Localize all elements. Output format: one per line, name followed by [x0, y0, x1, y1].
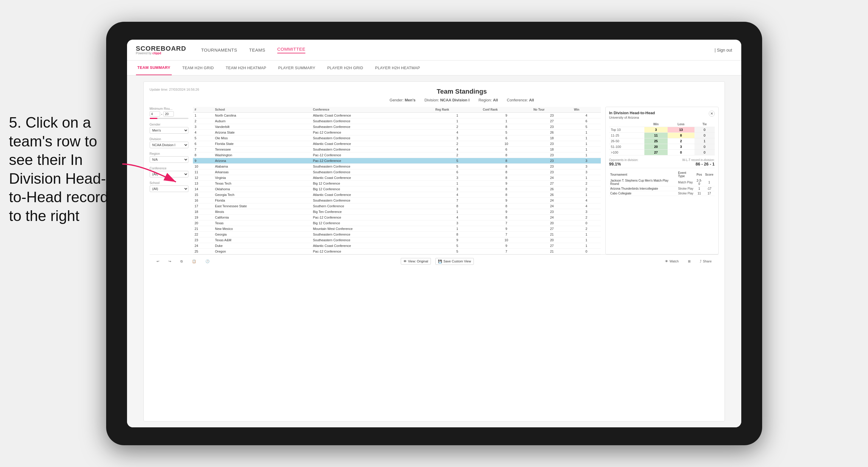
subnav-player-h2h-grid[interactable]: PLAYER H2H GRID — [326, 61, 365, 75]
t-col-name: Tournament — [609, 170, 677, 178]
cell-wins: 1 — [572, 147, 601, 152]
cell-rank: 20 — [193, 220, 213, 226]
subnav-player-summary[interactable]: PLAYER SUMMARY — [277, 61, 317, 75]
table-row[interactable]: 1 North Carolina Atlantic Coast Conferen… — [193, 113, 601, 118]
table-row[interactable]: 7 Tennessee Southeastern Conference 4 6 … — [193, 147, 601, 152]
cell-reg-rank: 1 — [434, 113, 481, 118]
table-row[interactable]: 2 Auburn Southeastern Conference 1 1 27 … — [193, 118, 601, 124]
table-row[interactable]: 24 Duke Atlantic Coast Conference 5 9 27… — [193, 243, 601, 249]
h2h-tie-value: 0 — [694, 144, 714, 150]
subnav-team-summary[interactable]: TEAM SUMMARY — [136, 61, 172, 75]
cell-tours: 23 — [532, 164, 572, 169]
table-row[interactable]: 6 Florida State Atlantic Coast Conferenc… — [193, 141, 601, 147]
table-row[interactable]: 3 Vanderbilt Southeastern Conference 2 8… — [193, 124, 601, 130]
h2h-stats-row: Opponents in division: 99.1% W-L-T recor… — [609, 158, 715, 166]
cell-tours: 21 — [532, 249, 572, 254]
region-select[interactable]: N/A — [150, 156, 188, 163]
cell-reg-rank: 8 — [434, 232, 481, 238]
cell-wins: 0 — [572, 249, 601, 254]
h2h-range-label: 26-50 — [609, 138, 645, 144]
grid-button[interactable]: ⊞ — [685, 258, 693, 264]
table-row[interactable]: 17 East Tennessee State Southern Confere… — [193, 204, 601, 209]
cell-conference: Mountain West Conference — [311, 226, 434, 232]
cell-tours: 18 — [532, 147, 572, 152]
conference-select[interactable]: (All) — [150, 171, 188, 178]
table-row[interactable]: 15 Georgia Tech Atlantic Coast Conferenc… — [193, 192, 601, 198]
subnav-team-h2h-grid[interactable]: TEAM H2H GRID — [181, 61, 215, 75]
standings-tbody: 1 North Carolina Atlantic Coast Conferen… — [193, 113, 601, 254]
view-original-button[interactable]: 👁 View: Original — [401, 258, 431, 264]
cell-rank: 14 — [193, 186, 213, 192]
cell-tours: 24 — [532, 215, 572, 220]
table-row[interactable]: 23 Texas A&M Southeastern Conference 9 1… — [193, 238, 601, 243]
cell-conference: Big 12 Conference — [311, 181, 434, 186]
cell-conference: Big 12 Conference — [311, 220, 434, 226]
table-row[interactable]: 19 California Pac-12 Conference 4 8 24 2 — [193, 215, 601, 220]
save-custom-button[interactable]: 💾 Save Custom View — [435, 258, 474, 265]
table-row[interactable]: 8 Washington Pac-12 Conference 2 8 23 1 — [193, 152, 601, 158]
cell-rank: 11 — [193, 169, 213, 175]
sign-out[interactable]: | Sign out — [715, 48, 732, 53]
cell-tours: 23 — [532, 113, 572, 118]
table-row[interactable]: 22 Georgia Southeastern Conference 8 7 2… — [193, 232, 601, 238]
table-row[interactable]: 25 Oregon Pac-12 Conference 5 7 21 0 — [193, 249, 601, 254]
table-row[interactable]: 13 Texas Tech Big 12 Conference 1 9 27 2 — [193, 181, 601, 186]
cell-school: Oregon — [213, 249, 311, 254]
h2h-close-button[interactable]: ✕ — [709, 111, 715, 117]
table-row[interactable]: 4 Arizona State Pac-12 Conference 4 5 26… — [193, 130, 601, 135]
h2h-win-value: 3 — [644, 127, 668, 133]
cell-wins: 2 — [572, 186, 601, 192]
gender-select[interactable]: Men's — [150, 127, 188, 134]
cell-conf-rank: 8 — [481, 152, 532, 158]
cell-wins: 3 — [572, 164, 601, 169]
cell-wins: 4 — [572, 113, 601, 118]
tournament-pos: 2-3-0 — [695, 178, 704, 186]
subnav-team-h2h-heatmap[interactable]: TEAM H2H HEATMAP — [224, 61, 268, 75]
h2h-row: 11-25 11 8 0 — [609, 133, 715, 138]
rounds-slider[interactable] — [150, 118, 188, 119]
cell-conference: Pac-12 Conference — [311, 152, 434, 158]
share-button[interactable]: ⤴ Share — [698, 258, 714, 264]
cell-conference: Southeastern Conference — [311, 238, 434, 243]
cell-conference: Atlantic Coast Conference — [311, 113, 434, 118]
clock-button[interactable]: 🕐 — [203, 258, 212, 264]
h2h-tie-value: 0 — [694, 150, 714, 155]
cell-conference: Southeastern Conference — [311, 135, 434, 141]
nav-committee[interactable]: COMMITTEE — [277, 46, 306, 53]
h2h-subtitle: University of Arizona — [609, 116, 655, 119]
division-select[interactable]: NCAA Division I — [150, 142, 188, 148]
min-rounds-input[interactable] — [150, 111, 160, 117]
cell-school: Arkansas — [213, 169, 311, 175]
h2h-range-label: >100 — [609, 150, 645, 155]
table-row[interactable]: 21 New Mexico Mountain West Conference 1… — [193, 226, 601, 232]
h2h-win-value: 11 — [644, 133, 668, 138]
paste-button[interactable]: 📋 — [190, 258, 198, 264]
max-rounds-input[interactable] — [163, 111, 174, 117]
tournament-row: Jackson T. Stephens Cup Men's Match-Play… — [609, 178, 715, 186]
cell-reg-rank: 2 — [434, 141, 481, 147]
table-row[interactable]: 12 Virginia Atlantic Coast Conference 3 … — [193, 175, 601, 181]
cell-tours: 18 — [532, 135, 572, 141]
nav-teams[interactable]: TEAMS — [249, 48, 265, 53]
content-panel: Update time: 27/03/2024 16:56:26 Team St… — [144, 82, 725, 422]
nav-tournaments[interactable]: TOURNAMENTS — [201, 48, 237, 53]
cell-rank: 10 — [193, 164, 213, 169]
copy-button[interactable]: ⧉ — [178, 258, 185, 264]
table-row[interactable]: 10 Alabama Southeastern Conference 5 8 2… — [193, 164, 601, 169]
watch-button[interactable]: 👁 Watch — [662, 258, 681, 264]
school-select[interactable]: (All) — [150, 186, 188, 192]
subnav-player-h2h-heatmap[interactable]: PLAYER H2H HEATMAP — [374, 61, 422, 75]
cell-tours: 21 — [532, 232, 572, 238]
table-row[interactable]: 18 Illinois Big Ten Conference 1 9 23 3 — [193, 209, 601, 215]
table-row[interactable]: 5 Ole Miss Southeastern Conference 3 6 1… — [193, 135, 601, 141]
undo-button[interactable]: ↩ — [154, 258, 162, 264]
table-row[interactable]: 16 Florida Southeastern Conference 7 9 2… — [193, 198, 601, 204]
table-row[interactable]: 11 Arkansas Southeastern Conference 6 8 … — [193, 169, 601, 175]
table-row[interactable]: 20 Texas Big 12 Conference 3 7 20 0 — [193, 220, 601, 226]
cell-wins: 2 — [572, 226, 601, 232]
redo-button[interactable]: ↪ — [166, 258, 174, 264]
table-row[interactable]: 9 Arizona Pac-12 Conference 5 8 23 3 — [193, 158, 601, 164]
h2h-record-group: W-L-T record in-division: 86 - 26 - 1 — [682, 158, 715, 166]
h2h-range-label: Top 10 — [609, 127, 645, 133]
table-row[interactable]: 14 Oklahoma Big 12 Conference 3 8 26 2 — [193, 186, 601, 192]
